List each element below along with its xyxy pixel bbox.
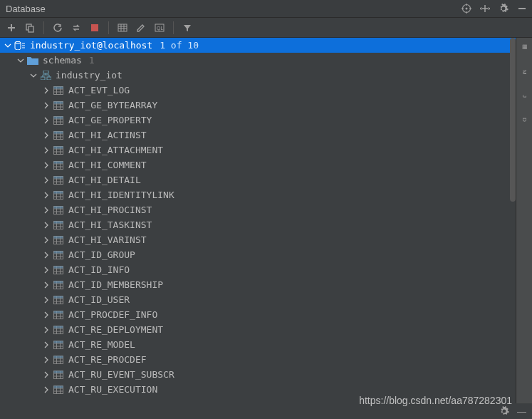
table-node[interactable]: ACT_EVT_LOG [0,83,516,98]
table-node[interactable]: ACT_ID_GROUP [0,247,516,262]
chevron-right-icon[interactable] [43,326,50,333]
table-node[interactable]: ACT_RE_PROCDEF [0,352,516,367]
chevron-right-icon[interactable] [43,311,50,319]
table-node[interactable]: ACT_RE_DEPLOYMENT [0,322,516,337]
chevron-right-icon[interactable] [43,102,50,109]
edit-icon[interactable] [134,21,148,35]
node-label: ACT_HI_ACTINST [68,130,147,140]
schema-node[interactable]: industry_iot [0,68,516,83]
svg-rect-70 [54,176,63,178]
table-node[interactable]: ACT_HI_COMMENT [0,157,516,172]
table-node[interactable]: ACT_HI_ACTINST [0,128,516,143]
panel-title: Database [6,4,46,14]
node-label: ACT_RE_PROCDEF [68,354,147,365]
table-node[interactable]: ACT_RU_EVENT_SUBSCR [0,367,516,382]
database-tree[interactable]: industry_iot@localhost1 of 10schemas1ind… [0,38,516,403]
chevron-right-icon[interactable] [43,207,50,214]
node-type-icon [53,100,64,111]
table-node[interactable]: ACT_HI_ATTACHMENT [0,143,516,157]
header-actions [461,3,528,14]
toolbar: QL [0,18,532,38]
copy-icon[interactable] [23,21,37,35]
table-icon[interactable] [115,21,130,35]
minimize-icon[interactable]: — [517,406,526,417]
table-node[interactable]: ACT_RU_EXECUTION [0,382,516,397]
sidebar-tab[interactable]: D [521,118,527,122]
chevron-right-icon[interactable] [43,252,50,259]
svg-point-21 [15,41,21,43]
gear-icon[interactable] [498,3,509,14]
schemas-node[interactable]: schemas1 [0,53,516,68]
chevron-down-icon[interactable] [30,72,37,79]
node-type-icon [53,85,64,96]
sidebar-tab[interactable]: J [521,95,527,98]
add-icon[interactable] [4,21,19,35]
minimize-icon[interactable] [516,3,528,14]
stop-icon[interactable] [88,21,102,35]
chevron-right-icon[interactable] [43,117,50,124]
filter-icon[interactable] [180,21,194,35]
svg-rect-12 [28,26,33,32]
table-node[interactable]: ACT_HI_IDENTITYLINK [0,187,516,202]
svg-rect-14 [118,24,127,31]
node-type-icon [53,249,64,261]
sidebar-tab[interactable]: M [521,70,527,75]
chevron-right-icon[interactable] [43,222,50,229]
table-node[interactable]: ACT_GE_PROPERTY [0,113,516,128]
chevron-right-icon[interactable] [43,237,50,244]
node-label: schemas [43,55,82,66]
chevron-down-icon[interactable] [4,42,11,49]
chevron-right-icon[interactable] [43,296,50,304]
node-label: ACT_HI_COMMENT [68,160,147,170]
node-type-icon [53,339,64,351]
node-label: ACT_ID_USER [68,294,130,305]
scrollbar[interactable] [510,38,516,202]
target-icon[interactable] [461,3,472,14]
chevron-right-icon[interactable] [43,162,50,169]
svg-rect-22 [43,71,48,73]
chevron-right-icon[interactable] [43,281,50,289]
chevron-right-icon[interactable] [43,177,50,184]
node-label: ACT_HI_TASKINST [68,219,152,230]
node-label: ACT_EVT_LOG [68,85,130,95]
chevron-right-icon[interactable] [43,87,50,94]
svg-rect-40 [54,101,63,103]
refresh-icon[interactable] [51,21,65,35]
svg-rect-112 [54,281,63,283]
table-node[interactable]: ACT_GE_BYTEARRAY [0,98,516,113]
table-node[interactable]: ACT_PROCDEF_INFO [0,307,516,322]
table-node[interactable]: ACT_ID_INFO [0,262,516,277]
chevron-right-icon[interactable] [43,356,50,363]
svg-rect-52 [54,131,63,133]
node-type-icon [53,175,64,186]
chevron-down-icon[interactable] [17,57,24,64]
chevron-right-icon[interactable] [43,341,50,348]
table-node[interactable]: ACT_HI_PROCINST [0,202,516,217]
table-node[interactable]: ACT_HI_VARINST [0,232,516,247]
sync-icon[interactable] [69,21,83,35]
split-icon[interactable] [479,3,491,14]
node-type-icon [53,354,64,366]
sidebar-tab[interactable]: ▦ [521,43,527,50]
chevron-right-icon[interactable] [43,386,50,393]
chevron-right-icon[interactable] [43,267,50,274]
svg-point-1 [466,8,468,10]
chevron-right-icon[interactable] [43,147,50,154]
table-node[interactable]: ACT_HI_TASKINST [0,217,516,232]
table-node[interactable]: ACT_ID_MEMBERSHIP [0,277,516,292]
console-icon[interactable]: QL [152,21,167,35]
chevron-right-icon[interactable] [43,371,50,378]
status-bar: — [0,403,532,419]
connection-node[interactable]: industry_iot@localhost1 of 10 [0,38,516,53]
table-node[interactable]: ACT_RE_MODEL [0,337,516,352]
table-node[interactable]: ACT_HI_DETAIL [0,172,516,187]
svg-rect-136 [54,341,63,343]
node-count: 1 of 10 [160,40,199,51]
svg-rect-24 [47,77,51,80]
chevron-right-icon[interactable] [43,192,50,199]
table-node[interactable]: ACT_ID_USER [0,292,516,307]
chevron-right-icon[interactable] [43,132,50,139]
node-type-icon [53,264,64,276]
gear-icon[interactable] [499,405,510,417]
svg-rect-76 [54,191,63,193]
